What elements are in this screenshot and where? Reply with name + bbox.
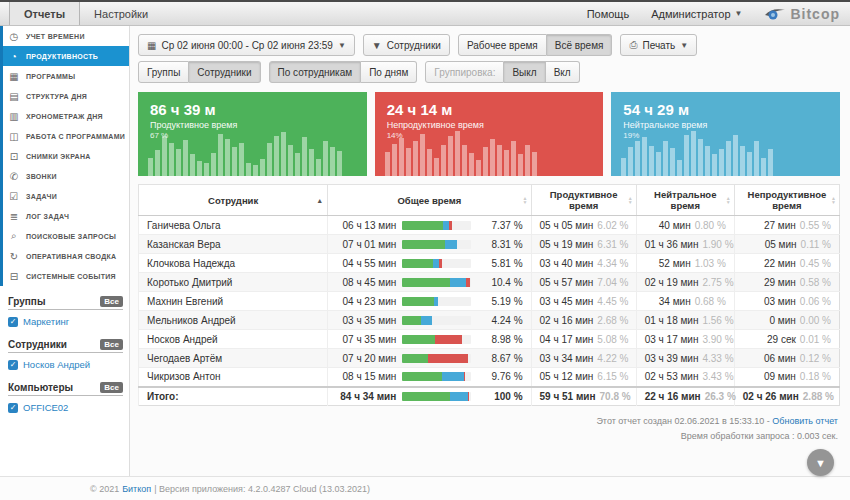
column-header-2[interactable]: Общее время▲▼ xyxy=(328,185,531,216)
tab-reports[interactable]: Отчеты xyxy=(9,2,80,25)
filter-section-header: СотрудникиВсе xyxy=(8,339,123,353)
filter-item[interactable]: ✓OFFICE02 xyxy=(8,402,123,413)
percent-value: 5.19 % xyxy=(477,296,523,307)
mini-bar xyxy=(183,140,188,176)
user-menu[interactable]: Администратор ▼ xyxy=(651,8,742,20)
table-row: Клочкова Надежда04 ч 55 мин5.81 %03 ч 40… xyxy=(139,254,840,273)
sidebar-item-window[interactable]: ◫Работа с программами xyxy=(3,126,129,146)
total-time-cell: 07 ч 20 мин8.67 % xyxy=(328,349,531,368)
filter-item[interactable]: ✓Носков Андрей xyxy=(8,359,123,370)
employee-name: Ганичева Ольга xyxy=(139,216,328,235)
sidebar-item-log[interactable]: ≣Лог задач xyxy=(3,206,129,226)
sidebar-item-day-structure[interactable]: ▤Структура дня xyxy=(3,86,129,106)
mini-bar xyxy=(705,146,710,176)
percent-value: 7.04 % xyxy=(597,277,628,288)
checkbox-checked-icon[interactable]: ✓ xyxy=(8,360,18,370)
sidebar-item-phone[interactable]: ✆Звонки xyxy=(3,166,129,186)
view-mode-by-day[interactable]: По дням xyxy=(361,61,417,83)
bar-segment-productive xyxy=(402,297,433,306)
tab-settings[interactable]: Настройки xyxy=(80,2,162,25)
bar-segment-neutral xyxy=(421,316,431,325)
percent-value: 7.37 % xyxy=(477,220,523,231)
percent-value: 4.45 % xyxy=(597,296,628,307)
time-mode-all[interactable]: Всё время xyxy=(547,34,613,56)
app-window: Отчеты Настройки Помощь Администратор ▼ … xyxy=(0,0,850,500)
table-row: Ганичева Ольга06 ч 13 мин7.37 %05 ч 05 м… xyxy=(139,216,840,235)
scroll-down-button[interactable]: ▼ xyxy=(807,449,834,476)
sort-icon: ▲▼ xyxy=(628,196,633,204)
toolbar-primary: ▦ Ср 02 июня 00:00 - Ср 02 июня 23:59 ▼ … xyxy=(138,34,840,56)
help-link[interactable]: Помощь xyxy=(587,8,630,20)
tasks-icon: ☑ xyxy=(8,191,20,202)
grouping-on[interactable]: Вкл xyxy=(546,61,580,83)
brand-footer-link[interactable]: Биткоп xyxy=(122,484,151,494)
mini-bar xyxy=(434,158,439,176)
group-mode-employees[interactable]: Сотрудники xyxy=(189,61,260,83)
mini-bar xyxy=(677,160,682,176)
mini-bar xyxy=(427,149,432,176)
time-value: 03 ч 17 мин xyxy=(645,334,699,345)
group-mode-groups[interactable]: Группы xyxy=(138,61,189,83)
time-mode-work[interactable]: Рабочее время xyxy=(458,34,547,56)
history-icon: ↻ xyxy=(8,251,20,262)
top-bar: Отчеты Настройки Помощь Администратор ▼ … xyxy=(0,2,850,26)
column-header-1[interactable]: Сотрудник▲ xyxy=(139,185,328,216)
mini-bar xyxy=(211,153,216,176)
time-value: 06 ч 13 мин xyxy=(336,220,396,231)
sidebar-item-label: Лог задач xyxy=(26,213,69,220)
employee-name: Итого: xyxy=(139,387,328,406)
sidebar-item-clock[interactable]: ◷Учет времени xyxy=(3,26,129,46)
card-mini-bar-chart xyxy=(621,128,773,176)
employees-filter-button[interactable]: ▼ Сотрудники xyxy=(363,34,450,56)
grouping-off[interactable]: Выкл xyxy=(504,61,545,83)
mini-bar xyxy=(504,150,509,176)
view-mode-by-employee[interactable]: По сотрудникам xyxy=(269,61,362,83)
mini-bar xyxy=(413,141,418,176)
sidebar-item-timeline[interactable]: ▥Хронометраж дня xyxy=(3,106,129,126)
stacked-bar xyxy=(402,316,470,325)
brand-name: Bitcop xyxy=(790,6,840,22)
sidebar-item-history[interactable]: ↻Оперативная сводка xyxy=(3,246,129,266)
filter-item[interactable]: ✓Маркетинг xyxy=(8,316,123,327)
mini-bar xyxy=(768,149,773,176)
column-header-3[interactable]: Продуктивное время▲▼ xyxy=(531,185,636,216)
mini-bar xyxy=(197,161,202,176)
checkbox-checked-icon[interactable]: ✓ xyxy=(8,317,18,327)
mini-bar xyxy=(148,158,153,176)
checkbox-checked-icon[interactable]: ✓ xyxy=(8,403,18,413)
date-range-picker[interactable]: ▦ Ср 02 июня 00:00 - Ср 02 июня 23:59 ▼ xyxy=(138,34,355,56)
filter-item-label: Маркетинг xyxy=(23,316,69,327)
select-all-badge[interactable]: Все xyxy=(100,339,123,350)
sidebar-item-monitor[interactable]: ⊟Системные события xyxy=(3,266,129,286)
percent-value: 5.81 % xyxy=(477,258,523,269)
bar-segment-productive xyxy=(402,259,433,268)
sidebar-item-apps[interactable]: ▦Программы xyxy=(3,66,129,86)
bar-segment-unproductive xyxy=(449,221,452,230)
mini-bar xyxy=(497,145,502,176)
print-button[interactable]: ⎙ Печать ▼ xyxy=(620,34,697,56)
table-row: Махнин Евгений04 ч 23 мин5.19 %03 ч 45 м… xyxy=(139,292,840,311)
select-all-badge[interactable]: Все xyxy=(100,382,123,393)
mini-bar xyxy=(295,153,300,176)
sidebar-item-gauge[interactable]: ◔Продуктивность xyxy=(3,46,129,66)
user-menu-label: Администратор xyxy=(651,8,730,20)
filter-section: ГруппыВсе✓Маркетинг xyxy=(8,296,123,327)
filter-section-title: Сотрудники xyxy=(8,339,67,350)
copyright-text: © 2021 xyxy=(90,484,119,494)
mini-bar xyxy=(323,141,328,176)
mini-bar xyxy=(698,139,703,176)
sort-icon: ▲▼ xyxy=(831,196,836,204)
version-text: | Версия приложения: 4.2.0.4287 Cloud (1… xyxy=(154,484,370,494)
sidebar-menu: ◷Учет времени◔Продуктивность▦Программы▤С… xyxy=(0,26,129,286)
sidebar-item-tasks[interactable]: ☑Задачи xyxy=(3,186,129,206)
sidebar-item-camera[interactable]: ⊡Снимки экрана xyxy=(3,146,129,166)
column-header-4[interactable]: Нейтральное время▲▼ xyxy=(636,185,734,216)
stacked-bar xyxy=(402,259,470,268)
column-header-5[interactable]: Непродуктивное время▲▼ xyxy=(734,185,839,216)
refresh-report-link[interactable]: Обновить отчет xyxy=(772,416,838,426)
select-all-badge[interactable]: Все xyxy=(100,296,123,307)
filter-item-label: Носков Андрей xyxy=(23,359,90,370)
percent-value: 1.56 % xyxy=(702,315,733,326)
sidebar-item-search[interactable]: ⌕Поисковые запросы xyxy=(3,226,129,246)
neutral-time-cell: 02 ч 53 мин3.43 % xyxy=(636,368,734,387)
